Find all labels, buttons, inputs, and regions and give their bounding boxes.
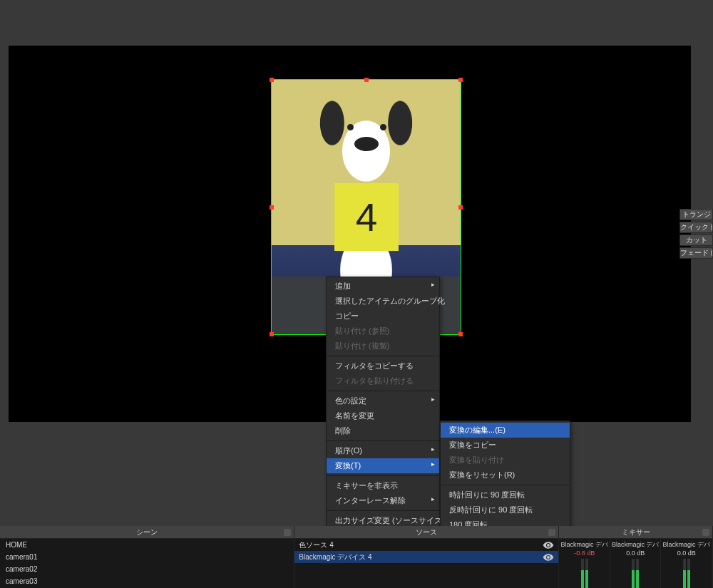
menu-item[interactable]: コピー (327, 309, 439, 324)
scenes-panel: シーン HOMEcamera01camera02camera03camera04 (0, 526, 294, 588)
menu-item[interactable]: 色の設定 (327, 393, 439, 408)
mixer-meter (612, 559, 660, 588)
resize-handle-mr[interactable] (458, 205, 463, 210)
mixer-meter (560, 559, 608, 588)
mixer-meter (662, 559, 710, 588)
menu-item: 変換を貼り付け (441, 453, 570, 468)
mixer-panel: ミキサー Blackmagic デバ-0.8 dBBlackmagic デバ0.… (559, 526, 713, 588)
quick-transition-button[interactable]: クイックトランジ (679, 222, 713, 233)
menu-item[interactable]: 変換をリセット(R) (441, 468, 570, 483)
menu-item[interactable]: 順序(O) (327, 443, 439, 458)
scenes-list[interactable]: HOMEcamera01camera02camera03camera04 (0, 539, 294, 588)
fade-button[interactable]: フェード (3 (679, 247, 713, 259)
cut-button[interactable]: カット (679, 234, 713, 246)
mixer-channel-name: Blackmagic デバ (612, 540, 660, 550)
menu-item[interactable]: 変換をコピー (441, 438, 570, 453)
menu-item[interactable]: フィルタをコピーする (327, 359, 439, 373)
mixer-channel[interactable]: Blackmagic デバ0.0 dB (610, 539, 662, 588)
menu-item[interactable]: 変換(T) (327, 458, 439, 473)
bottom-panels: シーン HOMEcamera01camera02camera03camera04… (0, 526, 713, 588)
menu-item: 貼り付け (参照) (327, 324, 439, 339)
menu-item[interactable]: 追加 (327, 279, 439, 294)
mixer-panel-title: ミキサー (559, 526, 712, 539)
mixer-db-value: 0.0 dB (677, 550, 696, 557)
menu-item[interactable]: ミキサーを非表示 (327, 478, 439, 493)
sources-panel-title: ソース (294, 526, 558, 539)
scene-item[interactable]: camera01 (0, 551, 294, 563)
menu-item[interactable]: 反時計回りに 90 度回転 (441, 502, 570, 517)
menu-item[interactable]: 名前を変更 (327, 408, 439, 423)
menu-item[interactable]: 変換の編集...(E) (441, 423, 570, 438)
source-name: 色ソース 4 (299, 539, 333, 551)
source-item[interactable]: Blackmagic デバイス 4 (294, 551, 558, 563)
resize-handle-tc[interactable] (364, 78, 369, 82)
menu-item[interactable]: 時計回りに 90 度回転 (441, 488, 570, 502)
resize-handle-tr[interactable] (458, 78, 463, 82)
transition-buttons: トランジ クイックトランジ カット フェード (3 (679, 209, 713, 259)
menu-item[interactable]: 削除 (327, 423, 439, 438)
visibility-eye-icon[interactable] (543, 552, 554, 563)
scene-item[interactable]: camera03 (0, 575, 294, 587)
resize-handle-tl[interactable] (270, 78, 274, 82)
transition-button[interactable]: トランジ (679, 209, 713, 220)
menu-item: フィルタを貼り付ける (327, 373, 439, 388)
resize-handle-bl[interactable] (270, 332, 274, 336)
scene-item[interactable]: HOME (0, 539, 294, 551)
menu-item: 貼り付け (複製) (327, 339, 439, 354)
sources-list[interactable]: 色ソース 4Blackmagic デバイス 4 (294, 539, 558, 588)
source-item[interactable]: 色ソース 4 (294, 539, 558, 551)
resize-handle-br[interactable] (458, 332, 463, 336)
mixer-channel[interactable]: Blackmagic デバ-0.8 dB (559, 539, 610, 588)
scenes-panel-title: シーン (0, 526, 294, 539)
menu-item[interactable]: 選択したアイテムのグループ化 (327, 294, 439, 309)
mixer-channel-name: Blackmagic デバ (662, 540, 710, 550)
sources-panel: ソース 色ソース 4Blackmagic デバイス 4 (294, 526, 559, 588)
resize-handle-ml[interactable] (270, 205, 274, 210)
mixer-body[interactable]: Blackmagic デバ-0.8 dBBlackmagic デバ0.0 dBB… (559, 539, 712, 588)
note-number: 4 (334, 183, 399, 251)
mixer-db-value: -0.8 dB (574, 550, 595, 557)
mixer-channel-name: Blackmagic デバ (560, 540, 608, 550)
visibility-eye-icon[interactable] (543, 540, 554, 551)
mixer-db-value: 0.0 dB (626, 550, 645, 557)
source-name: Blackmagic デバイス 4 (299, 551, 371, 563)
menu-item[interactable]: インターレース解除 (327, 493, 439, 508)
scene-item[interactable]: camera02 (0, 563, 294, 575)
mixer-channel[interactable]: Blackmagic デバ0.0 dB (661, 539, 712, 588)
